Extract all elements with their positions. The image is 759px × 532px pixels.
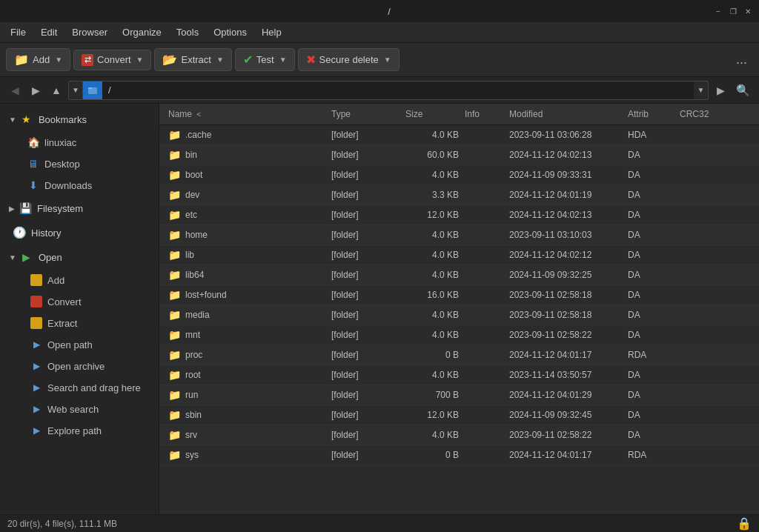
file-type-cell: [folder]: [328, 227, 402, 242]
filesystem-icon: 💾: [18, 201, 33, 216]
convert-dropdown-arrow[interactable]: ▼: [136, 56, 144, 64]
table-row[interactable]: 📁 srv [folder] 4.0 KB 2023-09-11 02:58:2…: [159, 425, 759, 445]
add-dropdown-arrow[interactable]: ▼: [55, 56, 62, 64]
menu-help[interactable]: Help: [256, 24, 288, 40]
history-icon: 🕐: [12, 225, 27, 240]
file-name: sys: [185, 450, 199, 460]
filesystem-section[interactable]: ▶ 💾 Filesystem: [3, 196, 156, 220]
file-type-cell: [folder]: [328, 408, 402, 422]
table-row[interactable]: 📁 lost+found [folder] 16.0 KB 2023-09-11…: [159, 285, 759, 305]
menu-tools[interactable]: Tools: [170, 24, 205, 40]
col-size[interactable]: Size: [402, 107, 462, 122]
up-button[interactable]: ▲: [47, 82, 65, 99]
file-name-cell: 📁 mnt: [165, 327, 328, 343]
menu-browser[interactable]: Browser: [66, 24, 113, 40]
restore-button[interactable]: ❐: [728, 6, 738, 16]
table-row[interactable]: 📁 sys [folder] 0 B 2024-11-12 04:01:17 R…: [159, 445, 759, 465]
file-name: root: [185, 370, 201, 380]
back-button[interactable]: ◀: [6, 82, 24, 99]
convert-button[interactable]: ⇄ Convert ▼: [73, 50, 151, 70]
minimize-button[interactable]: −: [713, 6, 723, 16]
table-row[interactable]: 📁 lib [folder] 4.0 KB 2024-11-12 04:02:1…: [159, 245, 759, 265]
file-name-cell: 📁 boot: [165, 167, 328, 183]
table-row[interactable]: 📁 bin [folder] 60.0 KB 2024-11-12 04:02:…: [159, 145, 759, 165]
add-button[interactable]: 📁 Add ▼: [6, 48, 70, 71]
file-modified-cell: 2024-11-12 04:02:13: [506, 147, 625, 162]
col-modified[interactable]: Modified: [506, 107, 625, 122]
file-crc32-cell: [677, 293, 736, 297]
col-info[interactable]: Info: [462, 107, 506, 122]
table-row[interactable]: 📁 mnt [folder] 4.0 KB 2023-09-11 02:58:2…: [159, 325, 759, 345]
sidebar-web-search[interactable]: ▶ Web search: [3, 399, 156, 419]
col-crc32[interactable]: CRC32: [677, 107, 736, 122]
sidebar-search-drag[interactable]: ▶ Search and drag here: [3, 377, 156, 398]
sidebar-open-path[interactable]: ▶ Open path: [3, 334, 156, 355]
forward-button[interactable]: ▶: [27, 82, 44, 99]
sidebar-item-linuxiac[interactable]: 🏠 linuxiac: [3, 132, 156, 153]
file-type-cell: [folder]: [328, 147, 402, 162]
table-row[interactable]: 📁 sbin [folder] 12.0 KB 2024-11-09 09:32…: [159, 405, 759, 425]
table-row[interactable]: 📁 lib64 [folder] 4.0 KB 2024-11-09 09:32…: [159, 265, 759, 285]
file-info-cell: [462, 253, 506, 257]
table-row[interactable]: 📁 root [folder] 4.0 KB 2023-11-14 03:50:…: [159, 365, 759, 385]
table-row[interactable]: 📁 proc [folder] 0 B 2024-11-12 04:01:17 …: [159, 345, 759, 365]
table-row[interactable]: 📁 media [folder] 4.0 KB 2023-09-11 02:58…: [159, 305, 759, 325]
sidebar-item-desktop-label: Desktop: [44, 159, 80, 170]
file-type-cell: [folder]: [328, 267, 402, 282]
open-convert-icon: [30, 295, 43, 308]
sidebar-open-archive[interactable]: ▶ Open archive: [3, 356, 156, 376]
menu-file[interactable]: File: [4, 24, 32, 40]
file-type-cell: [folder]: [328, 287, 402, 302]
file-size-cell: 60.0 KB: [402, 147, 462, 162]
file-crc32-cell: [677, 413, 736, 417]
sidebar-open-add[interactable]: Add: [3, 270, 156, 290]
folder-icon: 📁: [168, 209, 181, 221]
file-name-cell: 📁 bin: [165, 147, 328, 163]
sidebar-item-desktop[interactable]: 🖥 Desktop: [3, 153, 156, 174]
address-input[interactable]: [102, 81, 697, 100]
address-dropdown-left[interactable]: ▼: [68, 81, 83, 100]
close-button[interactable]: ✕: [743, 6, 753, 16]
sidebar-item-downloads[interactable]: ⬇ Downloads: [3, 175, 156, 196]
secure-delete-icon: ✖: [306, 53, 316, 67]
file-info-cell: [462, 273, 506, 277]
open-section[interactable]: ▼ ▶ Open: [3, 245, 156, 269]
col-type[interactable]: Type: [328, 107, 402, 122]
file-info-cell: [462, 453, 506, 457]
table-row[interactable]: 📁 boot [folder] 4.0 KB 2024-11-09 09:33:…: [159, 165, 759, 185]
sidebar-open-convert[interactable]: Convert: [3, 291, 156, 312]
secure-delete-dropdown-arrow[interactable]: ▼: [384, 56, 391, 64]
file-attrib-cell: RDA: [625, 448, 677, 462]
test-button[interactable]: ✔ Test ▼: [235, 48, 295, 71]
search-button[interactable]: 🔍: [732, 80, 753, 101]
col-attrib[interactable]: Attrib: [625, 107, 677, 122]
sidebar-explore-path[interactable]: ▶ Explore path: [3, 420, 156, 441]
table-row[interactable]: 📁 run [folder] 700 B 2024-11-12 04:01:29…: [159, 385, 759, 405]
extract-dropdown-arrow[interactable]: ▼: [216, 56, 224, 64]
menu-organize[interactable]: Organize: [116, 24, 168, 40]
search-drag-icon: ▶: [30, 381, 43, 394]
table-row[interactable]: 📁 .cache [folder] 4.0 KB 2023-09-11 03:0…: [159, 125, 759, 145]
address-dropdown-right[interactable]: ▼: [694, 81, 709, 100]
file-name-cell: 📁 sys: [165, 447, 328, 463]
address-forward-btn[interactable]: ▶: [712, 82, 729, 99]
folder-icon: 📁: [168, 269, 181, 281]
test-dropdown-arrow[interactable]: ▼: [279, 56, 287, 64]
table-row[interactable]: 📁 etc [folder] 12.0 KB 2024-11-12 04:02:…: [159, 205, 759, 225]
file-name-cell: 📁 root: [165, 367, 328, 383]
extract-button[interactable]: 📂 Extract ▼: [154, 48, 231, 71]
file-size-cell: 4.0 KB: [402, 247, 462, 262]
file-name: boot: [185, 170, 202, 180]
menu-options[interactable]: Options: [208, 24, 253, 40]
menu-edit[interactable]: Edit: [35, 24, 63, 40]
table-row[interactable]: 📁 home [folder] 4.0 KB 2023-09-11 03:10:…: [159, 225, 759, 245]
history-section[interactable]: 🕐 History: [3, 221, 156, 245]
bookmarks-section[interactable]: ▼ ★ Bookmarks: [3, 107, 156, 131]
file-size-cell: 4.0 KB: [402, 267, 462, 282]
sidebar-open-extract[interactable]: Extract: [3, 313, 156, 333]
secure-delete-button[interactable]: ✖ Secure delete ▼: [298, 48, 400, 71]
toolbar: 📁 Add ▼ ⇄ Convert ▼ 📂 Extract ▼ ✔ Test ▼…: [0, 43, 759, 77]
table-row[interactable]: 📁 dev [folder] 3.3 KB 2024-11-12 04:01:1…: [159, 185, 759, 205]
col-name[interactable]: Name <: [165, 107, 328, 122]
toolbar-more-button[interactable]: ...: [730, 49, 753, 70]
